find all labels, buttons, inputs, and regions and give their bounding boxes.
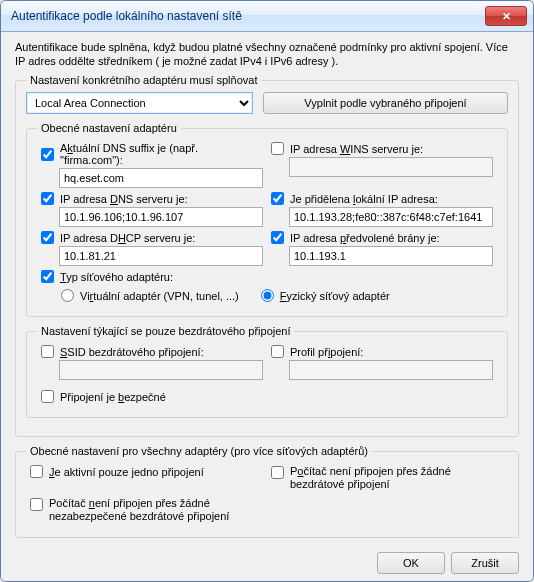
no-wireless-checkbox[interactable] xyxy=(271,466,284,479)
gateway-ip-label[interactable]: IP adresa předvolené brány je: xyxy=(290,232,440,244)
connection-combo-wrap: Local Area Connection xyxy=(26,92,253,114)
secure-conn-checkbox[interactable] xyxy=(41,390,54,403)
all-adapters-legend: Obecné nastavení pro všechny adaptéry (p… xyxy=(26,445,372,457)
dns-suffix-input[interactable] xyxy=(59,168,263,188)
fill-from-connection-button[interactable]: Vyplnit podle vybraného připojení xyxy=(263,92,508,114)
profile-checkbox[interactable] xyxy=(271,345,284,358)
general-adapter-legend: Obecné nastavení adaptéru xyxy=(37,122,181,134)
intro-text: Autentifikace bude splněna, když budou p… xyxy=(15,40,519,68)
local-ip-checkbox[interactable] xyxy=(271,192,284,205)
gateway-ip-input[interactable] xyxy=(289,246,493,266)
dns-suffix-checkbox[interactable] xyxy=(41,148,54,161)
content-area: Autentifikace bude splněna, když budou p… xyxy=(1,32,533,582)
dns-ip-input[interactable] xyxy=(59,207,263,227)
profile-label[interactable]: Profil připojení: xyxy=(290,346,363,358)
connection-combo[interactable]: Local Area Connection xyxy=(26,92,253,114)
close-button[interactable]: ✕ xyxy=(485,6,527,26)
dialog-window: Autentifikace podle lokálního nastavení … xyxy=(0,0,534,582)
wireless-group: Nastavení týkající se pouze bezdrátového… xyxy=(26,325,508,418)
adapter-specific-legend: Nastavení konkrétního adaptéru musí splň… xyxy=(26,74,261,86)
virtual-adapter-label[interactable]: Virtuální adaptér (VPN, tunel, ...) xyxy=(80,290,239,302)
adapter-type-label[interactable]: Typ síťového adaptéru: xyxy=(60,271,173,283)
dns-suffix-label[interactable]: Aktuální DNS suffix je (např. "firma.com… xyxy=(60,142,263,166)
no-wireless-label[interactable]: Počítač není připojen přes žádné bezdrát… xyxy=(290,465,504,491)
adapter-specific-group: Nastavení konkrétního adaptéru musí splň… xyxy=(15,74,519,437)
local-ip-input[interactable] xyxy=(289,207,493,227)
adapter-type-checkbox[interactable] xyxy=(41,270,54,283)
dhcp-ip-input[interactable] xyxy=(59,246,263,266)
gateway-ip-checkbox[interactable] xyxy=(271,231,284,244)
virtual-adapter-radio[interactable] xyxy=(61,289,74,302)
dhcp-ip-checkbox[interactable] xyxy=(41,231,54,244)
one-active-checkbox[interactable] xyxy=(30,465,43,478)
no-unsecured-wireless-checkbox[interactable] xyxy=(30,498,43,511)
wins-ip-input xyxy=(289,157,493,177)
dns-ip-label[interactable]: IP adresa DNS serveru je: xyxy=(60,193,188,205)
ssid-checkbox[interactable] xyxy=(41,345,54,358)
one-active-label[interactable]: Je aktivní pouze jedno připojení xyxy=(49,466,204,478)
ok-button[interactable]: OK xyxy=(377,552,445,574)
cancel-button[interactable]: Zrušit xyxy=(451,552,519,574)
ssid-input xyxy=(59,360,263,380)
general-adapter-group: Obecné nastavení adaptéru Aktuální DNS s… xyxy=(26,122,508,317)
local-ip-label[interactable]: Je přidělena lokální IP adresa: xyxy=(290,193,438,205)
close-icon: ✕ xyxy=(502,10,511,23)
secure-conn-label[interactable]: Připojení je bezpečné xyxy=(60,391,166,403)
no-unsecured-wireless-label[interactable]: Počítač není připojen přes žádné nezabez… xyxy=(49,497,263,523)
physical-adapter-radio[interactable] xyxy=(261,289,274,302)
button-bar: OK Zrušit xyxy=(15,546,519,574)
window-title: Autentifikace podle lokálního nastavení … xyxy=(11,9,485,23)
ssid-label[interactable]: SSID bezdrátového připojení: xyxy=(60,346,204,358)
titlebar[interactable]: Autentifikace podle lokálního nastavení … xyxy=(1,1,533,32)
physical-adapter-label[interactable]: Fyzický síťový adaptér xyxy=(280,290,390,302)
wins-ip-label[interactable]: IP adresa WINS serveru je: xyxy=(290,143,423,155)
all-adapters-group: Obecné nastavení pro všechny adaptéry (p… xyxy=(15,445,519,538)
dhcp-ip-label[interactable]: IP adresa DHCP serveru je: xyxy=(60,232,195,244)
profile-input xyxy=(289,360,493,380)
dns-ip-checkbox[interactable] xyxy=(41,192,54,205)
wins-ip-checkbox[interactable] xyxy=(271,142,284,155)
wireless-legend: Nastavení týkající se pouze bezdrátového… xyxy=(37,325,294,337)
